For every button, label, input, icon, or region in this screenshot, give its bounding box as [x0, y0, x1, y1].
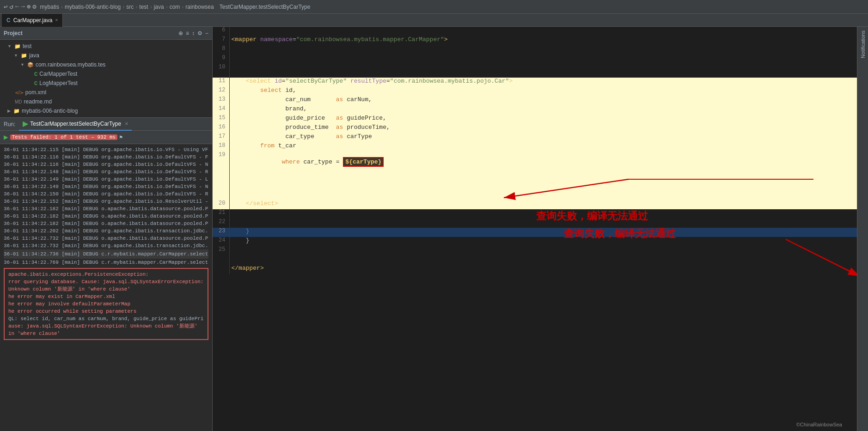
log-line: 36-01 11:34:22.152 [main] DEBUG org.apac… [4, 198, 208, 205]
right-panel: 6 7 <mapper namespace="com.rainbowsea.my… [213, 27, 857, 431]
tree-item-label: pom.xml [25, 89, 46, 96]
breadcrumb-item[interactable]: com [170, 4, 180, 10]
line-content [229, 209, 857, 219]
code-line-7: 7 <mapper namespace="com.rainbowsea.myba… [213, 36, 857, 45]
back-icon[interactable]: ← [15, 3, 19, 11]
line-number: 9 [213, 55, 229, 64]
line-number: 15 [213, 115, 229, 124]
error-line: apache.ibatis.exceptions.PersistenceExce… [8, 271, 204, 278]
code-line-16: 16 produce_time as produceTime, [213, 124, 857, 133]
project-header: Project ⊕ ≡ ↕ ⚙ − [0, 27, 212, 40]
java-file-icon: C [34, 72, 37, 77]
error-block: apache.ibatis.exceptions.PersistenceExce… [4, 268, 208, 340]
line-number: 16 [213, 124, 229, 133]
tree-arrow: ▼ [20, 62, 24, 67]
line-number: 24 [213, 237, 229, 246]
toolbar-icons[interactable]: ↩ ↺ ← → ⊕ ⚙ [4, 3, 37, 11]
tree-item-test[interactable]: ▼ 📁 test [0, 42, 212, 51]
tree-item-package[interactable]: ▼ 📦 com.rainbowsea.mybatis.tes [0, 60, 212, 69]
code-line-10: 10 [213, 64, 857, 78]
breadcrumb-item[interactable]: mybatis-006-antic-blog [65, 4, 121, 10]
tab-label: CarMapper.java [13, 17, 53, 24]
code-table: 6 7 <mapper namespace="com.rainbowsea.my… [213, 27, 857, 274]
tree-item-java[interactable]: ▼ 📁 java [0, 51, 212, 60]
log-line: 36-01 11:34:22.182 [main] DEBUG o.apache… [4, 205, 208, 212]
code-area[interactable]: 6 7 <mapper namespace="com.rainbowsea.my… [213, 27, 857, 431]
tree-item-carmappertest[interactable]: C CarMapperTest [0, 69, 212, 79]
breadcrumb-item[interactable]: mybatis [40, 4, 59, 10]
line-number: 7 [213, 36, 229, 45]
code-line-11: 11 <select id="selectByCarType" resultTy… [213, 78, 857, 87]
csdn-watermark: ©ChinaRainbowSea [796, 422, 842, 427]
left-panel: Project ⊕ ≡ ↕ ⚙ − ▼ 📁 test ▼ 📁 java ▼ [0, 27, 213, 431]
settings-icon[interactable]: ⚙ [32, 3, 36, 11]
code-line-mapper-close: </mapper> [213, 265, 857, 274]
log-line: 36-01 11:34:22.769 [main] DEBUG c.r.myba… [4, 259, 208, 266]
tree-item-pomxml[interactable]: ≺/≻ pom.xml [0, 88, 212, 97]
sort-icon[interactable]: ↕ [192, 30, 195, 36]
line-number: 17 [213, 133, 229, 142]
refresh-icon[interactable]: ↩ [4, 3, 7, 11]
line-content: guide_price as guidePrice, [229, 115, 857, 124]
line-number: 18 [213, 142, 229, 152]
log-line-created: 36-01 11:34:22.732 [main] DEBUG o.apache… [4, 235, 208, 242]
code-line-8: 8 [213, 45, 857, 55]
code-line-blank [213, 255, 857, 265]
add-scope-icon[interactable]: ⊕ [178, 30, 183, 36]
folder-icon: 📁 [21, 53, 27, 59]
run-play-icon2[interactable]: ▶ [4, 133, 8, 142]
log-line: 36-01 11:34:22.150 [main] DEBUG org.apac… [4, 190, 208, 198]
error-line: ause: java.sql.SQLSyntaxErrorException: … [8, 322, 204, 337]
breadcrumb-item[interactable]: java [154, 4, 164, 10]
breadcrumb-item[interactable]: test [139, 4, 148, 10]
close2-icon[interactable]: − [205, 30, 208, 36]
tree-item-logmappertest[interactable]: C LogMapperTest [0, 79, 212, 88]
log-line: 36-01 11:34:22.148 [main] DEBUG org.apac… [4, 168, 208, 176]
top-bar: ↩ ↺ ← → ⊕ ⚙ mybatis › mybatis-006-antic-… [0, 0, 868, 14]
run-header: Run: ▶ TestCarMapper.testSelectByCarType… [0, 118, 212, 131]
line-content: brand, [229, 105, 857, 115]
line-number [213, 265, 229, 274]
log-line: 36-01 11:34:22.116 [main] DEBUG org.apac… [4, 161, 208, 168]
line-content: select id, [229, 87, 857, 96]
line-number: 11 [213, 78, 229, 87]
tab-carmapper[interactable]: C CarMapper.java × [2, 14, 63, 27]
tree-item-label: mybatis-006-antic-blog [22, 108, 78, 114]
tree-item-label: CarMapperTest [39, 71, 77, 77]
code-line-18: 18 from t_car [213, 142, 857, 152]
tree-item-label: com.rainbowsea.mybatis.tes [36, 61, 105, 68]
file-type-icon: C [6, 17, 11, 24]
run-log[interactable]: 36-01 11:34:22.115 [main] DEBUG org.apac… [0, 144, 212, 431]
settings2-icon[interactable]: ≡ [186, 30, 189, 36]
log-line: 36-01 11:34:22.115 [main] DEBUG org.apac… [4, 146, 208, 153]
forward-icon[interactable]: → [21, 3, 24, 11]
code-line-22: 22 [213, 219, 857, 228]
gear2-icon[interactable]: ⚙ [197, 30, 202, 36]
breadcrumb-item[interactable]: rainbowsea [185, 4, 214, 10]
line-content [229, 45, 857, 55]
code-line-15: 15 guide_price as guidePrice, [213, 115, 857, 124]
log-line: 36-01 11:34:22.182 [main] DEBUG o.apache… [4, 220, 208, 227]
run-tab-close[interactable]: × [125, 121, 128, 127]
tree-item-blog[interactable]: ▶ 📁 mybatis-006-antic-blog [0, 106, 212, 115]
breadcrumb-item[interactable]: src [126, 4, 134, 10]
run-tab[interactable]: ▶ TestCarMapper.testSelectByCarType × [19, 118, 132, 131]
run-play-icon: ▶ [23, 119, 28, 128]
folder-icon2: 📁 [13, 108, 20, 114]
tree-item-readme[interactable]: MD readme.md [0, 97, 212, 106]
code-line-6: 6 [213, 27, 857, 36]
package-icon: 📦 [27, 62, 34, 68]
add-icon[interactable]: ⊕ [27, 3, 31, 11]
redo-icon[interactable]: ↺ [9, 3, 13, 11]
line-content: <select id="selectByCarType" resultType=… [229, 78, 857, 87]
line-number [213, 255, 229, 265]
tree-item-label: java [29, 52, 39, 59]
window-title: TestCarMapper.testSelectByCarType [220, 4, 311, 10]
code-line-25: 25 [213, 246, 857, 255]
tab-close-button[interactable]: × [55, 18, 58, 23]
project-tree: ▼ 📁 test ▼ 📁 java ▼ 📦 com.rainbowsea.myb… [0, 40, 212, 117]
tree-arrow: ▼ [7, 44, 12, 49]
md-file-icon: MD [15, 99, 22, 104]
notifications-label[interactable]: Notifications [860, 30, 866, 58]
log-line: 36-01 11:34:22.149 [main] DEBUG org.apac… [4, 176, 208, 183]
